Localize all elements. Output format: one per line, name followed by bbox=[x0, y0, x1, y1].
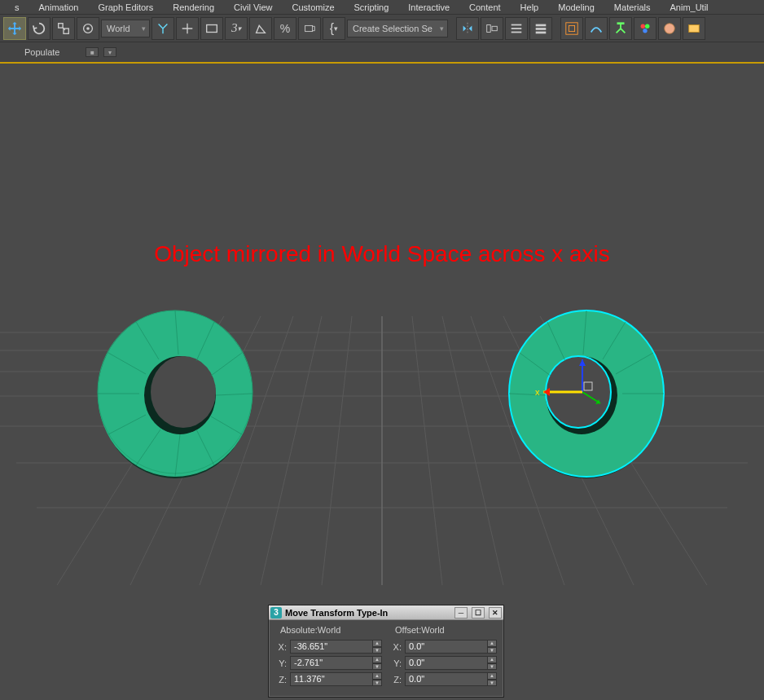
menu-help[interactable]: Help bbox=[511, 0, 549, 14]
app-logo-icon: 3 bbox=[270, 607, 282, 619]
toggle-ribbon-button[interactable] bbox=[529, 17, 552, 40]
svg-rect-12 bbox=[536, 24, 547, 26]
maximize-button[interactable]: ☐ bbox=[472, 607, 485, 619]
menu-civil-view[interactable]: Civil View bbox=[224, 0, 282, 14]
percent-snap-button[interactable]: % bbox=[274, 17, 296, 40]
off-y-label: Y: bbox=[390, 658, 402, 668]
down-arrow-icon[interactable]: ▼ bbox=[487, 663, 497, 671]
abs-z-value[interactable]: 11.376" bbox=[290, 672, 372, 686]
torus-mirrored-selected: x bbox=[509, 310, 664, 478]
up-arrow-icon[interactable]: ▲ bbox=[487, 640, 497, 647]
up-arrow-icon[interactable]: ▲ bbox=[372, 672, 382, 680]
svg-line-36 bbox=[442, 316, 503, 585]
abs-z-label: Z: bbox=[275, 675, 287, 685]
scale-tool-button[interactable] bbox=[52, 17, 75, 40]
svg-rect-15 bbox=[566, 22, 577, 33]
svg-rect-0 bbox=[59, 23, 63, 27]
up-arrow-icon[interactable]: ▲ bbox=[372, 656, 382, 663]
pivot-button[interactable] bbox=[151, 17, 174, 40]
edit-selection-sets-button[interactable]: {▾ bbox=[323, 17, 345, 40]
render-frame-button[interactable] bbox=[683, 17, 705, 40]
up-arrow-icon[interactable]: ▲ bbox=[372, 640, 382, 647]
svg-rect-5 bbox=[207, 24, 217, 32]
offset-header: Offset:World bbox=[390, 625, 497, 635]
material-editor-button[interactable] bbox=[634, 17, 656, 40]
abs-x-spinner[interactable]: -36.651" ▲▼ bbox=[290, 640, 382, 654]
spinner-snap-button[interactable] bbox=[298, 17, 321, 40]
abs-y-spinner[interactable]: -2.761" ▲▼ bbox=[290, 656, 382, 670]
svg-text:x: x bbox=[535, 387, 540, 397]
svg-point-44 bbox=[151, 356, 216, 428]
align-button[interactable] bbox=[481, 17, 503, 40]
move-transform-dialog: 3 Move Transform Type-In ─ ☐ ✕ Absolute:… bbox=[268, 605, 504, 698]
svg-point-4 bbox=[86, 27, 90, 30]
select-manipulate-button[interactable] bbox=[176, 17, 199, 40]
abs-z-spinner[interactable]: 11.376" ▲▼ bbox=[290, 672, 382, 686]
up-arrow-icon[interactable]: ▲ bbox=[487, 656, 497, 663]
svg-rect-13 bbox=[536, 28, 547, 30]
svg-rect-16 bbox=[569, 25, 574, 31]
abs-x-value[interactable]: -36.651" bbox=[290, 640, 372, 654]
svg-line-33 bbox=[261, 316, 322, 585]
off-x-spinner[interactable]: 0.0" ▲▼ bbox=[405, 640, 497, 654]
menu-animation[interactable]: Animation bbox=[29, 0, 89, 14]
off-y-spinner[interactable]: 0.0" ▲▼ bbox=[405, 656, 497, 670]
abs-y-label: Y: bbox=[275, 658, 287, 668]
off-y-value[interactable]: 0.0" bbox=[405, 656, 487, 670]
move-tool-button[interactable] bbox=[3, 17, 26, 40]
menu-scripting[interactable]: Scripting bbox=[345, 0, 399, 14]
rotate-tool-button[interactable] bbox=[28, 17, 50, 40]
menu-interactive[interactable]: Interactive bbox=[398, 0, 459, 14]
up-arrow-icon[interactable]: ▲ bbox=[487, 672, 497, 680]
off-z-value[interactable]: 0.0" bbox=[405, 672, 487, 686]
placement-tool-button[interactable] bbox=[77, 17, 99, 40]
absolute-world-group: Absolute:World X: -36.651" ▲▼ Y: -2.761"… bbox=[275, 625, 382, 689]
svg-rect-8 bbox=[492, 26, 497, 30]
main-menubar: s Animation Graph Editors Rendering Civi… bbox=[0, 0, 764, 15]
main-toolbar: World 3▾ % {▾ Create Selection Se bbox=[0, 15, 764, 42]
schematic-view-button[interactable] bbox=[609, 17, 632, 40]
menu-modeling[interactable]: Modeling bbox=[548, 0, 604, 14]
svg-point-17 bbox=[640, 24, 644, 28]
selection-set-dropdown[interactable]: Create Selection Se bbox=[347, 20, 448, 37]
render-setup-button[interactable] bbox=[658, 17, 681, 40]
populate-mini-icon[interactable]: ■ bbox=[86, 47, 99, 57]
coord-system-dropdown[interactable]: World bbox=[101, 20, 150, 37]
abs-y-value[interactable]: -2.761" bbox=[290, 656, 372, 670]
down-arrow-icon[interactable]: ▼ bbox=[372, 663, 382, 671]
menu-customize[interactable]: Customize bbox=[283, 0, 345, 14]
off-x-value[interactable]: 0.0" bbox=[405, 640, 487, 654]
svg-line-34 bbox=[322, 316, 352, 585]
off-x-label: X: bbox=[390, 642, 402, 652]
down-arrow-icon[interactable]: ▼ bbox=[487, 680, 497, 687]
down-arrow-icon[interactable]: ▼ bbox=[487, 647, 497, 654]
snaps-toggle-button[interactable]: 3▾ bbox=[225, 17, 248, 40]
menu-anim-util[interactable]: Anim_Util bbox=[660, 0, 718, 14]
layer-explorer-button[interactable] bbox=[505, 17, 528, 40]
mirror-button[interactable] bbox=[456, 17, 479, 40]
menu-materials[interactable]: Materials bbox=[604, 0, 661, 14]
svg-line-35 bbox=[412, 316, 442, 585]
torus-original bbox=[98, 310, 252, 478]
menu-rendering[interactable]: Rendering bbox=[163, 0, 224, 14]
down-arrow-icon[interactable]: ▼ bbox=[372, 680, 382, 687]
off-z-label: Z: bbox=[390, 675, 402, 685]
close-button[interactable]: ✕ bbox=[489, 607, 502, 619]
menu-graph-editors[interactable]: Graph Editors bbox=[88, 0, 163, 14]
perspective-viewport[interactable]: x Object mirrored in World Space across … bbox=[0, 64, 764, 700]
dialog-titlebar[interactable]: 3 Move Transform Type-In ─ ☐ ✕ bbox=[269, 605, 503, 620]
svg-rect-21 bbox=[689, 24, 700, 32]
down-arrow-icon[interactable]: ▼ bbox=[372, 647, 382, 654]
keyboard-shortcut-button[interactable] bbox=[200, 17, 223, 40]
abs-x-label: X: bbox=[275, 642, 287, 652]
populate-dropdown-arrow-icon[interactable]: ▾ bbox=[103, 47, 116, 57]
off-z-spinner[interactable]: 0.0" ▲▼ bbox=[405, 672, 497, 686]
curve-editor-button[interactable] bbox=[560, 17, 583, 40]
svg-point-18 bbox=[645, 24, 649, 28]
angle-snap-button[interactable] bbox=[249, 17, 272, 40]
minimize-button[interactable]: ─ bbox=[454, 607, 468, 619]
menu-content[interactable]: Content bbox=[459, 0, 511, 14]
svg-rect-7 bbox=[487, 24, 491, 32]
menu-s[interactable]: s bbox=[5, 0, 29, 14]
track-view-button[interactable] bbox=[585, 17, 608, 40]
